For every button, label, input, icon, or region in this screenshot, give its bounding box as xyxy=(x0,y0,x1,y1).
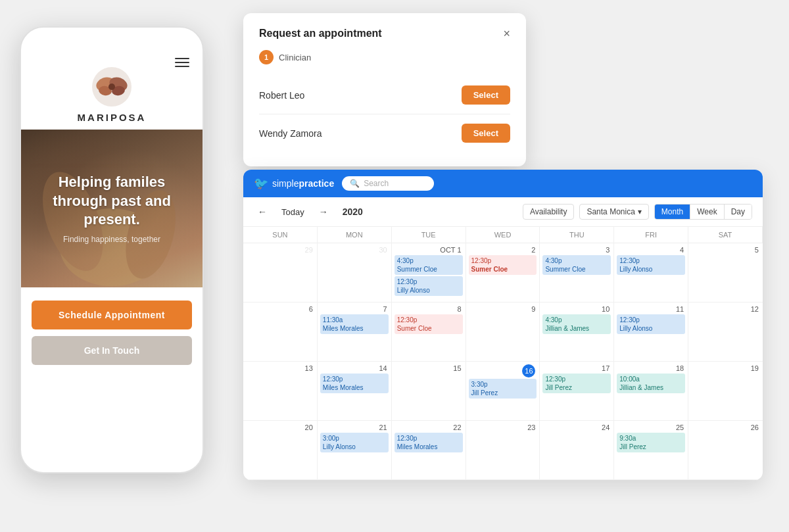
prev-month-button[interactable]: ← xyxy=(254,205,271,218)
month-view-button[interactable]: Month xyxy=(655,205,690,219)
search-placeholder: Search xyxy=(364,179,389,188)
day-header-thu: THU xyxy=(540,227,614,243)
calendar-cell-oct1[interactable]: OCT 1 4:30pSummer Cloe 12:30pLilly Alons… xyxy=(392,243,466,302)
sp-simple: simple xyxy=(272,178,299,189)
calendar-cell-oct14[interactable]: 14 12:30pMiles Morales xyxy=(318,362,392,421)
calendar-cell-oct5[interactable]: 5 xyxy=(688,243,763,302)
today-button[interactable]: Today xyxy=(276,205,310,220)
calendar-cell-oct13[interactable]: 13 xyxy=(243,362,318,421)
calendar-cell-oct22[interactable]: 22 12:30pMiles Morales xyxy=(392,421,466,480)
modal-header: Request an appointment × xyxy=(259,28,510,39)
modal-title: Request an appointment xyxy=(259,28,382,39)
calendar-cell-oct7[interactable]: 7 11:30aMiles Morales xyxy=(318,302,392,362)
select-clinician-2-button[interactable]: Select xyxy=(462,124,510,143)
calendar-cell-oct23[interactable]: 23 xyxy=(466,421,540,480)
calendar-cell-oct11[interactable]: 11 12:30pLilly Alonso xyxy=(614,302,688,362)
day-header-sun: SUN xyxy=(243,227,318,243)
event[interactable]: 9:30aJill Perez xyxy=(617,433,685,452)
event[interactable]: 3:30pJill Perez xyxy=(469,379,537,399)
week-view-button[interactable]: Week xyxy=(690,205,724,219)
day-header-wed: WED xyxy=(466,227,540,243)
event[interactable]: 12:30pSumer Cloe xyxy=(469,255,537,275)
event[interactable]: 12:30pLilly Alonso xyxy=(617,314,685,334)
logo-text: MARIPOSA xyxy=(78,112,147,123)
search-box[interactable]: 🔍 Search xyxy=(342,176,434,191)
calendar-cell-oct18[interactable]: 18 10:00aJillian & James xyxy=(614,362,688,421)
step-label: Clinician xyxy=(279,53,311,62)
calendar-card: 🐦 simplepractice 🔍 Search ← Today → 2020… xyxy=(243,170,763,480)
calendar-cell-oct2[interactable]: 2 12:30pSumer Cloe xyxy=(466,243,540,302)
calendar-cell-oct4[interactable]: 4 12:30pLilly Alonso xyxy=(614,243,688,302)
calendar-cell-oct21[interactable]: 21 3:00pLilly Alonso xyxy=(318,421,392,480)
hero-subtitle: Finding happiness, together xyxy=(63,235,160,244)
chevron-down-icon: ▾ xyxy=(638,207,642,216)
calendar-cell-oct6[interactable]: 6 xyxy=(243,302,318,362)
sp-bird-icon: 🐦 xyxy=(254,176,268,191)
mariposa-logo-icon xyxy=(91,66,133,108)
event[interactable]: 4:30pSummer Cloe xyxy=(394,255,463,275)
event[interactable]: 12:30pLilly Alonso xyxy=(617,255,685,275)
calendar-cell-oct20[interactable]: 20 xyxy=(243,421,318,480)
calendar-cell-oct24[interactable]: 24 xyxy=(540,421,614,480)
event[interactable]: 12:30pJill Perez xyxy=(542,374,611,393)
calendar-cell-oct8[interactable]: 8 12:30pSumer Cloe xyxy=(392,302,466,362)
availability-filter-button[interactable]: Availability xyxy=(523,204,574,220)
svg-point-5 xyxy=(108,84,115,90)
phone-status-bar xyxy=(21,28,203,47)
event[interactable]: 11:30aMiles Morales xyxy=(320,314,389,334)
clinician-row: Robert Leo Select xyxy=(259,76,510,114)
clinician-list: Robert Leo Select Wendy Zamora Select xyxy=(259,76,510,152)
calendar-cell-oct9[interactable]: 9 xyxy=(466,302,540,362)
modal-close-button[interactable]: × xyxy=(503,28,510,39)
select-clinician-1-button[interactable]: Select xyxy=(462,85,510,105)
view-toggle: Month Week Day xyxy=(654,204,752,220)
calendar-cell-oct25[interactable]: 25 9:30aJill Perez xyxy=(614,421,688,480)
calendar-cell-oct12[interactable]: 12 xyxy=(688,302,763,362)
event[interactable]: 10:00aJillian & James xyxy=(617,374,685,393)
day-header-tue: TUE xyxy=(392,227,466,243)
event[interactable]: 12:30pLilly Alonso xyxy=(394,276,463,296)
calendar-cell-oct16[interactable]: 16 3:30pJill Perez xyxy=(466,362,540,421)
clinician-name-2: Wendy Zamora xyxy=(259,128,322,139)
step-badge: 1 xyxy=(259,50,274,64)
event[interactable]: 4:30pJillian & James xyxy=(542,314,611,334)
calendar-cell-oct17[interactable]: 17 12:30pJill Perez xyxy=(540,362,614,421)
calendar-cell-oct15[interactable]: 15 xyxy=(392,362,466,421)
search-icon: 🔍 xyxy=(350,179,360,188)
calendar-cell-oct19[interactable]: 19 xyxy=(688,362,763,421)
hero-title: Helping familes through past and present… xyxy=(21,173,203,230)
calendar-grid: SUN MON TUE WED THU FRI SAT 29 30 OCT 1 … xyxy=(243,227,763,480)
modal-step-indicator: 1 Clinician xyxy=(259,50,510,64)
event[interactable]: 12:30pSumer Cloe xyxy=(394,314,463,334)
location-label: Santa Monica xyxy=(586,207,634,216)
day-header-sat: SAT xyxy=(688,227,763,243)
phone-buttons: Schedule Appointment Get In Touch xyxy=(21,287,203,378)
event[interactable]: 12:30pMiles Morales xyxy=(320,374,389,393)
phone-hero: Helping familes through past and present… xyxy=(21,130,203,287)
request-appointment-modal: Request an appointment × 1 Clinician Rob… xyxy=(243,13,526,166)
calendar-year: 2020 xyxy=(343,206,363,217)
calendar-cell-oct26[interactable]: 26 xyxy=(688,421,763,480)
calendar-cell-oct3[interactable]: 3 4:30pSummer Cloe xyxy=(540,243,614,302)
sp-practice: practice xyxy=(299,178,334,189)
calendar-cell-sep30[interactable]: 30 xyxy=(318,243,392,302)
location-filter-button[interactable]: Santa Monica ▾ xyxy=(579,204,648,220)
calendar-cell-sep29[interactable]: 29 xyxy=(243,243,318,302)
calendar-cell-oct10[interactable]: 10 4:30pJillian & James xyxy=(540,302,614,362)
clinician-name-1: Robert Leo xyxy=(259,90,304,101)
sp-name: simplepractice xyxy=(272,178,334,189)
phone-mockup: MARIPOSA Helping familes through past an… xyxy=(20,26,204,473)
event[interactable]: 12:30pMiles Morales xyxy=(394,433,463,452)
day-view-button[interactable]: Day xyxy=(725,205,752,219)
calendar-toolbar: ← Today → 2020 Availability Santa Monica… xyxy=(243,197,763,227)
day-header-mon: MON xyxy=(318,227,392,243)
get-in-touch-button[interactable]: Get In Touch xyxy=(32,336,192,365)
clinician-row: Wendy Zamora Select xyxy=(259,114,510,152)
event[interactable]: 4:30pSummer Cloe xyxy=(542,255,611,275)
next-month-button[interactable]: → xyxy=(315,205,332,218)
day-header-fri: FRI xyxy=(614,227,688,243)
calendar-header: 🐦 simplepractice 🔍 Search xyxy=(243,170,763,197)
event[interactable]: 3:00pLilly Alonso xyxy=(320,433,389,452)
hamburger-icon[interactable] xyxy=(175,58,189,67)
schedule-appointment-button[interactable]: Schedule Appointment xyxy=(32,301,192,329)
